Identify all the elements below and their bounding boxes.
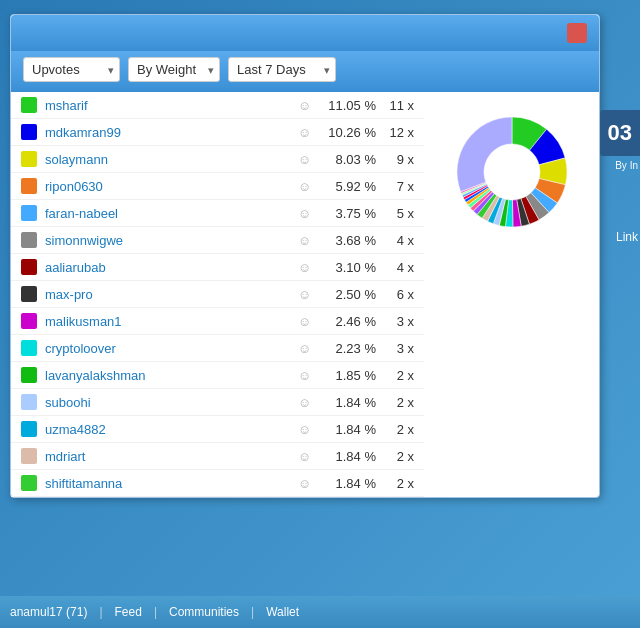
percent-value: 1.84 % <box>321 395 376 410</box>
user-name-link[interactable]: faran-nabeel <box>45 206 298 221</box>
user-name-link[interactable]: solaymann <box>45 152 298 167</box>
percent-value: 10.26 % <box>321 125 376 140</box>
type-filter[interactable]: Upvotes Downvotes All <box>23 57 120 82</box>
user-icon: ☺ <box>298 260 311 275</box>
user-icon: ☺ <box>298 341 311 356</box>
count-value: 7 x <box>384 179 414 194</box>
table-row: mdkamran99☺10.26 %12 x <box>11 119 424 146</box>
color-indicator <box>21 97 37 113</box>
count-value: 2 x <box>384 395 414 410</box>
table-row: suboohi☺1.84 %2 x <box>11 389 424 416</box>
user-name-link[interactable]: ripon0630 <box>45 179 298 194</box>
user-name-link[interactable]: cryptoloover <box>45 341 298 356</box>
color-indicator <box>21 367 37 383</box>
period-filter[interactable]: Last 7 Days Last 30 Days All Time <box>228 57 336 82</box>
count-value: 12 x <box>384 125 414 140</box>
color-indicator <box>21 475 37 491</box>
chart-segment <box>457 117 512 192</box>
user-icon: ☺ <box>298 206 311 221</box>
table-row: msharif☺11.05 %11 x <box>11 92 424 119</box>
user-icon: ☺ <box>298 287 311 302</box>
percent-value: 3.10 % <box>321 260 376 275</box>
user-icon: ☺ <box>298 152 311 167</box>
table-row: faran-nabeel☺3.75 %5 x <box>11 200 424 227</box>
percent-value: 1.84 % <box>321 449 376 464</box>
count-value: 9 x <box>384 152 414 167</box>
user-name-link[interactable]: simonnwigwe <box>45 233 298 248</box>
color-indicator <box>21 178 37 194</box>
link-button[interactable]: Link <box>616 230 638 244</box>
count-value: 3 x <box>384 341 414 356</box>
user-icon: ☺ <box>298 98 311 113</box>
by-in-label: By In <box>615 160 638 171</box>
count-value: 3 x <box>384 314 414 329</box>
user-name-link[interactable]: aaliarubab <box>45 260 298 275</box>
percent-value: 2.23 % <box>321 341 376 356</box>
user-name-link[interactable]: lavanyalakshman <box>45 368 298 383</box>
sort-filter[interactable]: By Weight By Count <box>128 57 220 82</box>
bottom-nav-item[interactable]: Feed <box>115 605 142 619</box>
user-icon: ☺ <box>298 179 311 194</box>
user-icon: ☺ <box>298 368 311 383</box>
percent-value: 1.85 % <box>321 368 376 383</box>
table-row: mdriart☺1.84 %2 x <box>11 443 424 470</box>
table-row: uzma4882☺1.84 %2 x <box>11 416 424 443</box>
votes-table: msharif☺11.05 %11 xmdkamran99☺10.26 %12 … <box>11 92 424 497</box>
percent-value: 2.50 % <box>321 287 376 302</box>
percent-value: 1.84 % <box>321 422 376 437</box>
color-indicator <box>21 151 37 167</box>
user-name-link[interactable]: uzma4882 <box>45 422 298 437</box>
percent-value: 3.68 % <box>321 233 376 248</box>
bottom-nav-item[interactable]: Wallet <box>266 605 299 619</box>
bottom-separator: | <box>251 605 254 619</box>
bottom-separator: | <box>154 605 157 619</box>
user-name-link[interactable]: shiftitamanna <box>45 476 298 491</box>
color-indicator <box>21 394 37 410</box>
user-icon: ☺ <box>298 233 311 248</box>
count-value: 2 x <box>384 449 414 464</box>
user-icon: ☺ <box>298 395 311 410</box>
table-row: simonnwigwe☺3.68 %4 x <box>11 227 424 254</box>
table-row: malikusman1☺2.46 %3 x <box>11 308 424 335</box>
table-row: solaymann☺8.03 %9 x <box>11 146 424 173</box>
count-value: 6 x <box>384 287 414 302</box>
count-value: 2 x <box>384 476 414 491</box>
color-indicator <box>21 286 37 302</box>
user-name-link[interactable]: max-pro <box>45 287 298 302</box>
bottom-nav-item[interactable]: Communities <box>169 605 239 619</box>
type-filter-wrapper: Upvotes Downvotes All <box>23 57 120 82</box>
modal-filters: Upvotes Downvotes All By Weight By Count… <box>11 51 599 92</box>
table-row: ripon0630☺5.92 %7 x <box>11 173 424 200</box>
percent-value: 11.05 % <box>321 98 376 113</box>
color-indicator <box>21 124 37 140</box>
bottom-separator: | <box>99 605 102 619</box>
user-icon: ☺ <box>298 422 311 437</box>
table-row: cryptoloover☺2.23 %3 x <box>11 335 424 362</box>
user-icon: ☺ <box>298 449 311 464</box>
user-name-link[interactable]: mdriart <box>45 449 298 464</box>
close-button[interactable] <box>567 23 587 43</box>
count-value: 4 x <box>384 233 414 248</box>
color-indicator <box>21 232 37 248</box>
bottom-nav-item[interactable]: anamul17 (71) <box>10 605 87 619</box>
color-indicator <box>21 448 37 464</box>
sort-filter-wrapper: By Weight By Count <box>128 57 220 82</box>
percent-value: 3.75 % <box>321 206 376 221</box>
user-name-link[interactable]: suboohi <box>45 395 298 410</box>
right-badge[interactable]: 03 <box>600 110 640 156</box>
count-value: 4 x <box>384 260 414 275</box>
color-indicator <box>21 340 37 356</box>
count-value: 2 x <box>384 368 414 383</box>
user-name-link[interactable]: malikusman1 <box>45 314 298 329</box>
color-indicator <box>21 259 37 275</box>
user-icon: ☺ <box>298 314 311 329</box>
color-indicator <box>21 313 37 329</box>
user-icon: ☺ <box>298 476 311 491</box>
count-value: 2 x <box>384 422 414 437</box>
color-indicator <box>21 421 37 437</box>
user-name-link[interactable]: msharif <box>45 98 298 113</box>
percent-value: 5.92 % <box>321 179 376 194</box>
count-value: 11 x <box>384 98 414 113</box>
user-name-link[interactable]: mdkamran99 <box>45 125 298 140</box>
modal-header <box>11 15 599 51</box>
